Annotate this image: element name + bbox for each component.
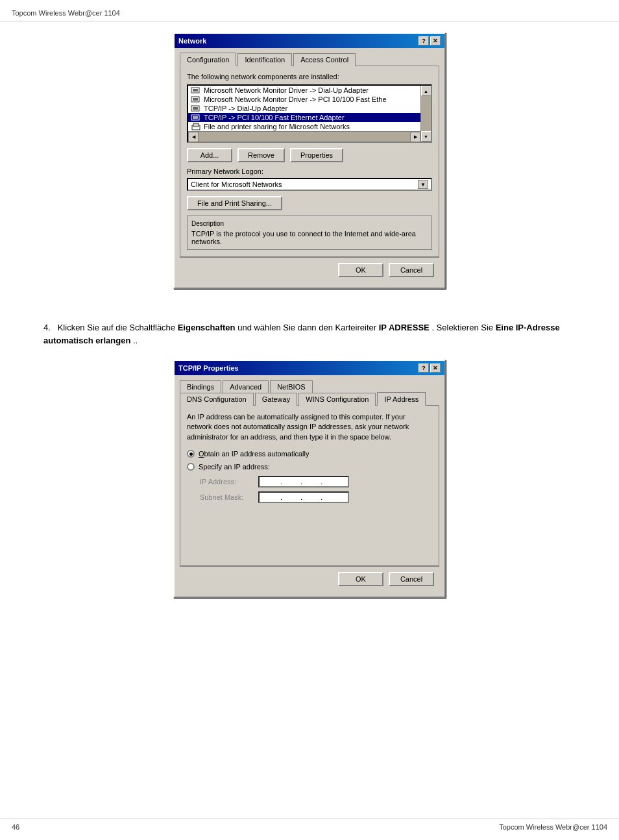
page-content: Network ? ✕ Configuration Identification… <box>0 19 619 821</box>
tcpip-tab-content: An IP address can be automatically assig… <box>180 405 439 566</box>
svg-rect-3 <box>193 98 198 101</box>
svg-rect-5 <box>193 107 198 110</box>
subnet-mask-row: Subnet Mask: . . . <box>200 491 432 503</box>
network-ok-button[interactable]: OK <box>338 263 383 277</box>
ip-seg-3[interactable] <box>302 478 321 486</box>
scroll-right[interactable]: ▶ <box>410 132 420 142</box>
network-ok-row: OK Cancel <box>180 257 439 282</box>
tab-gateway[interactable]: Gateway <box>255 393 297 406</box>
network-dialog-title: Network <box>178 37 206 45</box>
scroll-up[interactable]: ▲ <box>421 86 431 96</box>
radio-specify-label: Specify an IP address: <box>199 463 270 471</box>
network-icon <box>191 114 201 121</box>
scroll-left[interactable]: ◀ <box>188 132 199 142</box>
tab-wins[interactable]: WINS Configuration <box>298 393 376 406</box>
titlebar-buttons: ? ✕ <box>419 36 441 45</box>
step-text-3: . Selektieren Sie <box>431 323 495 332</box>
primary-network-label: Primary Network Logon: <box>187 167 432 175</box>
step-bold-2: IP ADRESSE <box>379 323 430 332</box>
network-dialog: Network ? ✕ Configuration Identification… <box>173 32 446 289</box>
list-item[interactable]: Microsoft Network Monitor Driver -> Dial… <box>188 86 420 95</box>
tab-ipaddress[interactable]: IP Address <box>377 392 426 406</box>
tcpip-tabs-container: Bindings Advanced NetBIOS DNS Configurat… <box>180 380 439 405</box>
step-bold-1: Eigenschaften <box>178 323 236 332</box>
tcpip-tabs-row2: DNS Configuration Gateway WINS Configura… <box>180 393 439 406</box>
tab-dns[interactable]: DNS Configuration <box>180 393 254 406</box>
ip-address-field[interactable]: . . . <box>258 476 349 488</box>
ip-seg-1[interactable] <box>262 478 280 486</box>
tab-configuration[interactable]: Configuration <box>180 53 236 66</box>
list-item[interactable]: File and printer sharing for Microsoft N… <box>188 122 420 131</box>
tcpip-help-button[interactable]: ? <box>419 364 429 373</box>
network-cancel-button[interactable]: Cancel <box>389 263 434 277</box>
tab-identification[interactable]: Identification <box>237 53 292 66</box>
network-tab-content: The following network components are ins… <box>180 66 439 257</box>
tab-advanced[interactable]: Advanced <box>223 380 269 393</box>
step-number: 4. <box>43 323 51 332</box>
radio-specify-row: Specify an IP address: <box>187 463 432 471</box>
tab-bindings[interactable]: Bindings <box>180 380 221 393</box>
file-sharing-row: File and Print Sharing... <box>187 196 432 210</box>
svg-rect-1 <box>193 89 198 92</box>
ip-address-row: IP Address: . . . <box>200 476 432 488</box>
network-dialog-body: Configuration Identification Access Cont… <box>175 48 444 288</box>
file-sharing-button[interactable]: File and Print Sharing... <box>187 196 282 210</box>
add-button[interactable]: Add... <box>187 148 232 162</box>
header-title: Topcom Wireless Webr@cer 1104 <box>12 9 120 17</box>
tcpip-dialog-body: Bindings Advanced NetBIOS DNS Configurat… <box>175 375 444 597</box>
network-components-list[interactable]: Microsoft Network Monitor Driver -> Dial… <box>187 84 432 143</box>
network-icon <box>191 105 201 112</box>
page-footer: 46 Topcom Wireless Webr@cer 1104 <box>0 819 619 835</box>
ip-seg-4[interactable] <box>322 478 341 486</box>
network-tabs: Configuration Identification Access Cont… <box>180 53 439 66</box>
step-text-2: und wählen Sie dann den Karteireiter <box>237 323 379 332</box>
subnet-seg-3[interactable] <box>302 493 321 501</box>
list-item[interactable]: Microsoft Network Monitor Driver -> PCI … <box>188 95 420 104</box>
tab-access-control[interactable]: Access Control <box>293 53 356 66</box>
tcpip-cancel-button[interactable]: Cancel <box>389 572 434 586</box>
description-label: Description <box>191 220 428 227</box>
printer-icon <box>191 123 201 130</box>
ip-address-label: IP Address: <box>200 478 252 486</box>
subnet-seg-2[interactable] <box>282 493 300 501</box>
subnet-mask-field[interactable]: . . . <box>258 491 349 503</box>
network-icon <box>191 86 201 94</box>
close-button[interactable]: ✕ <box>430 36 441 45</box>
ip-seg-2[interactable] <box>282 478 300 486</box>
h-scroll-track <box>199 132 410 142</box>
scroll-down[interactable]: ▼ <box>421 131 431 142</box>
tcpip-titlebar: TCP/IP Properties ? ✕ <box>175 361 444 375</box>
network-icon <box>191 95 201 103</box>
primary-network-select[interactable]: Client for Microsoft Networks ▼ <box>187 178 432 191</box>
tcpip-ok-button[interactable]: OK <box>338 572 383 586</box>
tcpip-tabs-row1: Bindings Advanced NetBIOS <box>180 380 439 393</box>
step-text-1: Klicken Sie auf die Schaltfläche <box>58 323 178 332</box>
empty-space <box>187 507 432 559</box>
list-item[interactable]: TCP/IP -> Dial-Up Adapter <box>188 104 420 113</box>
network-titlebar: Network ? ✕ <box>175 34 444 48</box>
help-button[interactable]: ? <box>419 36 429 45</box>
radio-specify[interactable] <box>187 463 195 471</box>
subnet-mask-label: Subnet Mask: <box>200 493 252 501</box>
list-item-selected[interactable]: TCP/IP -> PCI 10/100 Fast Ethernet Adapt… <box>188 113 420 122</box>
tcpip-ok-row: OK Cancel <box>180 566 439 591</box>
tcpip-dialog-title: TCP/IP Properties <box>178 364 239 372</box>
radio-obtain-row: Obtain an IP address automatically <box>187 450 432 458</box>
select-arrow-icon[interactable]: ▼ <box>418 180 428 189</box>
network-action-buttons: Add... Remove Properties <box>187 148 432 162</box>
remove-button[interactable]: Remove <box>237 148 285 162</box>
subnet-seg-1[interactable] <box>262 493 280 501</box>
radio-obtain[interactable] <box>187 450 195 458</box>
scroll-track <box>421 96 431 131</box>
footer-title: Topcom Wireless Webr@cer 1104 <box>499 823 607 831</box>
subnet-seg-4[interactable] <box>322 493 341 501</box>
list-scrollbar[interactable]: ▲ ▼ <box>420 86 431 142</box>
tab-netbios[interactable]: NetBIOS <box>270 380 312 393</box>
tcpip-close-button[interactable]: ✕ <box>430 364 441 373</box>
horizontal-scrollbar[interactable]: ◀ ▶ <box>188 131 420 142</box>
step-text: 4. Klicken Sie auf die Schaltfläche Eige… <box>43 321 576 347</box>
properties-button[interactable]: Properties <box>290 148 343 162</box>
tcpip-description: An IP address can be automatically assig… <box>187 412 432 442</box>
description-text: TCP/IP is the protocol you use to connec… <box>191 230 428 245</box>
footer-page-number: 46 <box>12 823 19 831</box>
